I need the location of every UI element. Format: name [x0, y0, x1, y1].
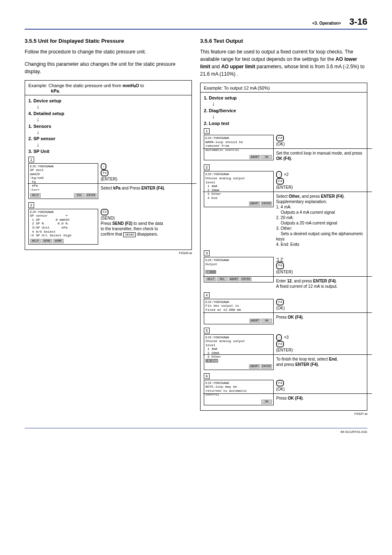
softkey-enter: ENTER [85, 193, 97, 197]
text: AO upper limit [221, 64, 255, 69]
text: 2. 20 mA: [276, 215, 294, 220]
step-row-r5: EJX:YOKOGAWA Choose analog output level … [204, 334, 364, 370]
f4-key-icon: F4 [276, 178, 284, 185]
menu-item: 2. Loop test [204, 120, 364, 127]
softkey-del: DEL [217, 277, 228, 281]
text: To finish the loop test, select [276, 357, 329, 361]
example-suffix: . [59, 88, 60, 93]
text: disappears. [136, 232, 158, 236]
menu-item: 4. Detailed setup [28, 111, 188, 117]
softkey-help: HELP [205, 277, 216, 281]
step-number-4: 4 [204, 292, 210, 298]
text: . [336, 279, 337, 283]
menu-path-356: 1. Device setup ↓ 2. Diag/Service ↓ 2. L… [204, 95, 364, 127]
text: Set the control loop in manual mode, and… [276, 151, 362, 155]
text: and press [276, 362, 295, 367]
f2-key-icon: F2 [101, 209, 108, 215]
softkey-enter: ENTER [261, 364, 272, 368]
menu-item: 2. SP sensor [28, 136, 188, 142]
text: Select [276, 194, 289, 199]
softkey-ok: OK [261, 319, 272, 323]
step-number-5: 5 [204, 328, 210, 333]
action-col: F4 (OK) Press OK (F4). [276, 299, 364, 320]
ok-label: (OK) [276, 306, 285, 310]
action-col: F2 (SEND) Press SEND (F2) to send the da… [101, 209, 188, 238]
menu-item: 2. Diag/Service [204, 108, 364, 114]
step-row-r1: EJX:YOKOGAWA WARN-loop should be removed… [204, 135, 364, 161]
text: , and press [292, 279, 313, 283]
text: ENTER (F4) [141, 186, 164, 190]
lcd-title: EJX:YOKOGAWA [205, 258, 272, 262]
text: 3. Other: [276, 226, 292, 231]
softkey-abort: ABORT [249, 319, 261, 323]
text: Enter [276, 279, 287, 283]
text: ENTER (F4) [321, 194, 344, 199]
lcd-title: EJX:YOKOGAWA [205, 136, 272, 140]
ok-label: (OK) [276, 387, 285, 391]
text: . [344, 194, 345, 199]
section-heading-355: 3.5.5 Unit for Displayed Static Pressure [25, 38, 192, 44]
lcd-screen-r6: EJX:YOKOGAWA NOTE-loop may be returned t… [204, 380, 274, 405]
page-header: <3. Operation> 3-16 [25, 16, 367, 30]
softkey-abort: ABORT [249, 364, 260, 368]
f4-key-icon: F4 [276, 341, 284, 347]
lcd-screen-1: EJX:YOKOGAWA SP Unit mmH2O ↕kg/cm2 Pa kP… [28, 163, 98, 199]
text: . [302, 315, 304, 319]
softkey-help: HELP [30, 193, 41, 197]
lcd-content: Choose analog output level 1 4mA 2 20mA … [205, 176, 272, 200]
example-box-356: Example: To output 12 mA (50%) 1. Device… [200, 83, 367, 411]
times-label: ×2 [284, 172, 288, 177]
text: A fixed current of 12 mA is output. [276, 284, 338, 289]
softkey-help: HELP [30, 239, 41, 243]
enter-label: (ENTER) [276, 348, 293, 352]
text: , [337, 357, 338, 361]
arrow-down-icon: ↓ [37, 143, 39, 147]
softkey-ok: OK [261, 155, 272, 159]
softkey-abort: ABORT [249, 201, 260, 206]
lcd-screen-r3: EJX:YOKOGAWA Output 12 HELP DEL ABORT EN… [204, 257, 274, 282]
text: 1. 4 mA: [276, 205, 291, 209]
text: Select [101, 186, 113, 190]
down-arrow-icon: ↓ [276, 334, 282, 341]
text: Sets a desired output using the alphanum… [276, 231, 363, 241]
chapter-label: <3. Operation> [312, 21, 341, 25]
menu-item: 3. SP Unit [28, 148, 188, 155]
lcd-title: EJX:YOKOGAWA [205, 381, 272, 385]
step-number-1: 1 [204, 128, 210, 134]
example-mid: to [139, 83, 144, 88]
ok-label: (OK) [276, 142, 285, 146]
step-row-r2: EJX:YOKOGAWA Choose analog output level … [204, 171, 364, 247]
text: OK (F4) [288, 396, 302, 400]
action-col: F4 (OK) Set the control loop in manual m… [276, 135, 364, 161]
left-column: 3.5.5 Unit for Displayed Static Pressure… [25, 38, 192, 416]
text: Press [101, 221, 112, 226]
action-col: ↓ ×3 F4 (ENTER) To finish the loop test,… [276, 334, 364, 368]
menu-item: 1. Device setup [28, 98, 188, 104]
softkey-esc: ESC [74, 193, 85, 197]
arrow-down-icon: ↓ [212, 114, 215, 119]
lcd-title: EJX:YOKOGAWA [30, 164, 97, 169]
down-arrow-icon: ↓ [101, 163, 106, 170]
text: to send the data [132, 221, 163, 226]
send-tag: SEND [123, 232, 136, 237]
softkey-abort: ABORT [249, 155, 261, 159]
text: This feature can be used to output a fix… [200, 49, 353, 62]
text: Supplementary explanation. [276, 199, 327, 204]
text: 4. End: Exits [276, 242, 299, 247]
step-row-r6: EJX:YOKOGAWA NOTE-loop may be returned t… [204, 380, 364, 405]
text: Outputs a 20 mA current signal [281, 221, 337, 225]
lcd-content: Fld dev output is fixed at 12.000 mA [205, 304, 272, 312]
softkey-home: HOME [53, 239, 64, 243]
lcd-screen-r5: EJX:YOKOGAWA Choose analog output level … [204, 334, 274, 370]
menu-item: 1. Sensors [28, 123, 188, 130]
step-number-2: 2 [204, 164, 210, 170]
text: ENTER (F4) [295, 362, 318, 367]
example-title: Example: Change the static pressure unit… [28, 83, 188, 93]
softkey-ok: OK [261, 400, 272, 404]
figure-ref: F0326.ai [25, 251, 192, 255]
softkey-abort: ABORT [228, 277, 240, 281]
step-row-r3: EJX:YOKOGAWA Output 12 HELP DEL ABORT EN… [204, 257, 364, 289]
lcd-screen-r4: EJX:YOKOGAWA Fld dev output is fixed at … [204, 299, 274, 324]
text: SEND (F2) [112, 221, 132, 226]
example-unit-from: mmH₂O [122, 83, 139, 88]
